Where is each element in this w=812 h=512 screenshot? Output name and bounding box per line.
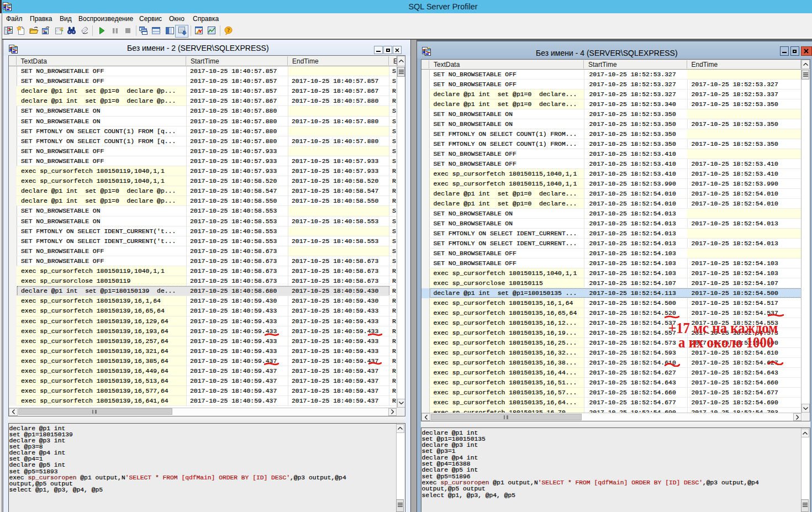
svg-text:?: ?	[227, 27, 230, 33]
